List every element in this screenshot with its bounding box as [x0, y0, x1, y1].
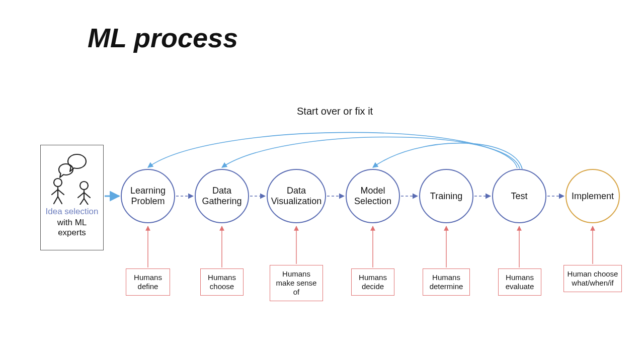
human-box-implement: Human choose what/when/if [564, 265, 622, 292]
svg-line-5 [58, 197, 62, 204]
people-talking-icon [44, 149, 100, 205]
step-test: Test [492, 169, 546, 223]
step-training: Training [419, 169, 473, 223]
svg-point-6 [80, 182, 88, 190]
human-box-define: Humans define [126, 268, 170, 296]
diagram-stage: ML process Start over or fix it [0, 0, 644, 362]
step-data-gathering: Data Gathering [195, 169, 249, 223]
human-box-decide: Humans decide [351, 268, 394, 296]
step-label: Model Selection [351, 186, 395, 206]
step-label: Data Gathering [200, 186, 244, 206]
svg-line-9 [84, 193, 90, 198]
idea-selection-card: Idea selection with ML experts [40, 145, 104, 250]
page-title: ML process [88, 22, 238, 53]
human-label: Humans define [134, 273, 162, 291]
human-box-sense: Humans make sense of [270, 265, 323, 301]
svg-line-8 [78, 193, 84, 198]
feedback-label: Start over or fix it [297, 106, 373, 117]
svg-point-0 [54, 178, 62, 187]
step-label: Data Visualization [271, 186, 322, 206]
step-label: Test [511, 191, 527, 202]
human-label: Humans evaluate [506, 273, 534, 291]
step-learning-problem: Learning Problem [121, 169, 175, 223]
human-label: Humans decide [359, 273, 387, 291]
step-label: Learning Problem [126, 186, 170, 206]
step-model-selection: Model Selection [346, 169, 400, 223]
human-label: Human choose what/when/if [568, 269, 618, 287]
svg-line-4 [54, 197, 58, 204]
step-label: Implement [572, 191, 614, 202]
svg-line-2 [52, 190, 58, 195]
human-box-evaluate: Humans evaluate [498, 268, 541, 296]
svg-line-10 [80, 199, 84, 205]
step-label: Training [430, 191, 462, 202]
svg-line-3 [58, 190, 64, 195]
svg-line-11 [84, 199, 88, 205]
step-data-visualization: Data Visualization [267, 169, 326, 223]
human-box-determine: Humans determine [423, 268, 470, 296]
human-label: Humans make sense of [276, 269, 317, 296]
human-box-choose: Humans choose [200, 268, 244, 296]
idea-box-line2: with ML experts [44, 218, 100, 238]
human-label: Humans determine [430, 273, 463, 291]
idea-box-line1: Idea selection [44, 207, 100, 217]
human-label: Humans choose [208, 273, 236, 291]
step-implement: Implement [566, 169, 620, 223]
